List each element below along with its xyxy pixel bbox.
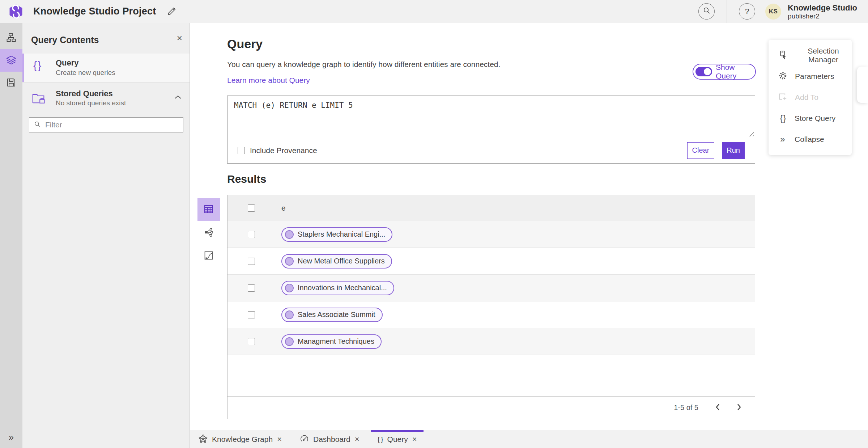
table-header-row: e xyxy=(227,195,755,221)
user-role: publisher2 xyxy=(788,12,857,20)
filter-input[interactable] xyxy=(45,121,179,129)
edit-title-button[interactable] xyxy=(167,6,177,17)
entity-dot-icon xyxy=(285,337,294,346)
row-checkbox[interactable] xyxy=(248,258,255,265)
entity-pill[interactable]: Innovations in Mechanical... xyxy=(281,281,394,295)
query-contents-panel: Query Contents × { } Query Create new qu… xyxy=(22,23,190,448)
link-chart-icon xyxy=(204,227,214,238)
gear-icon xyxy=(778,71,788,82)
close-tab-icon[interactable]: × xyxy=(277,435,282,443)
add-to-item[interactable]: Add To xyxy=(769,87,852,108)
entity-pill[interactable]: Sales Associate Summit xyxy=(281,308,383,322)
prev-page-button[interactable] xyxy=(715,403,720,413)
close-tab-icon[interactable]: × xyxy=(355,435,359,443)
entity-label: Staplers Mechanical Engi... xyxy=(298,230,385,238)
data-model-button[interactable] xyxy=(0,27,22,49)
filter-box xyxy=(29,117,183,132)
chevron-right-icon xyxy=(737,407,742,412)
entity-dot-icon xyxy=(285,230,294,239)
next-page-button[interactable] xyxy=(737,403,742,413)
close-icon: × xyxy=(177,33,182,43)
entity-label: Sales Associate Summit xyxy=(298,310,375,319)
include-provenance-checkbox[interactable] xyxy=(238,147,245,154)
layers-button[interactable] xyxy=(0,49,22,72)
avatar[interactable]: KS xyxy=(765,4,781,20)
table-pagination: 1-5 of 5 xyxy=(227,396,755,419)
entity-pill[interactable]: Staplers Mechanical Engi... xyxy=(281,227,392,242)
tab-label: Dashboard xyxy=(313,435,350,444)
entity-label: New Metal Office Suppliers xyxy=(298,257,385,265)
entity-label: Managment Techniques xyxy=(298,337,374,346)
selection-manager-item[interactable]: Selection Manager xyxy=(769,45,852,66)
app-header: Knowledge Studio Project ? KS Knowledge … xyxy=(0,0,868,23)
entity-dot-icon xyxy=(285,284,294,292)
row-checkbox[interactable] xyxy=(248,311,255,318)
bottom-tab-bar: Knowledge Graph × Dashboard × { xyxy=(190,430,868,448)
collapsed-panel-handle[interactable] xyxy=(857,67,868,103)
active-indicator xyxy=(22,54,24,82)
table-view-button[interactable] xyxy=(197,198,220,221)
panel-close-button[interactable]: × xyxy=(177,33,182,44)
left-rail: » xyxy=(0,23,22,448)
page-description: You can query a knowledge graph to ident… xyxy=(227,60,500,69)
stored-queries-item[interactable]: Stored Queries No stored queries exist xyxy=(22,87,190,114)
entity-label: Innovations in Mechanical... xyxy=(298,284,387,292)
collapse-section-button[interactable] xyxy=(174,95,182,100)
map-view-button[interactable] xyxy=(197,245,220,267)
table-row: Innovations in Mechanical... xyxy=(227,275,755,301)
entity-pill[interactable]: New Metal Office Suppliers xyxy=(281,254,392,269)
tab-dashboard[interactable]: Dashboard × xyxy=(293,430,366,448)
table-row: Staplers Mechanical Engi... xyxy=(227,221,755,248)
entity-dot-icon xyxy=(285,310,294,319)
run-button[interactable]: Run xyxy=(722,142,745,159)
table-empty-area xyxy=(227,355,755,396)
save-button[interactable] xyxy=(0,72,22,94)
store-query-item[interactable]: { } Store Query xyxy=(769,108,852,129)
row-checkbox[interactable] xyxy=(248,284,255,292)
close-tab-icon[interactable]: × xyxy=(412,435,417,443)
search-button[interactable] xyxy=(698,3,715,20)
panel-title: Query Contents xyxy=(31,35,99,45)
table-row: New Metal Office Suppliers xyxy=(227,248,755,275)
learn-more-link[interactable]: Learn more about Query xyxy=(227,76,310,85)
user-block[interactable]: Knowledge Studio publisher2 xyxy=(788,3,857,20)
select-all-checkbox[interactable] xyxy=(248,204,255,212)
stored-queries-description: No stored queries exist xyxy=(56,99,126,107)
dashboard-gauge-icon xyxy=(300,434,309,444)
tab-query[interactable]: { } Query × xyxy=(371,430,424,448)
collapse-item[interactable]: » Collapse xyxy=(769,129,852,150)
row-checkbox[interactable] xyxy=(248,338,255,345)
show-query-toggle[interactable]: Show Query xyxy=(693,64,756,80)
entity-pill[interactable]: Managment Techniques xyxy=(281,334,382,349)
search-icon xyxy=(34,121,41,129)
double-chevron-right-icon: » xyxy=(778,134,787,144)
header-column-cell: e xyxy=(275,204,755,212)
column-header-e: e xyxy=(281,204,286,212)
clear-button[interactable]: Clear xyxy=(687,142,715,159)
chevron-up-icon xyxy=(174,95,182,100)
help-button[interactable]: ? xyxy=(739,3,755,20)
link-chart-hierarchy-icon xyxy=(6,32,17,44)
header-divider xyxy=(727,0,727,23)
braces-icon: { } xyxy=(33,59,40,72)
table-row: Managment Techniques xyxy=(227,328,755,355)
query-textarea[interactable]: MATCH (e) RETURN e LIMIT 5 xyxy=(227,96,755,137)
page-title: Query xyxy=(227,37,263,51)
row-checkbox[interactable] xyxy=(248,231,255,238)
query-item[interactable]: { } Query Create new queries xyxy=(22,54,190,83)
expand-rail-button[interactable]: » xyxy=(0,432,22,443)
stored-queries-label: Stored Queries xyxy=(56,89,113,98)
layers-icon xyxy=(6,55,17,67)
results-title: Results xyxy=(227,173,266,185)
tab-knowledge-graph[interactable]: Knowledge Graph × xyxy=(192,430,288,448)
pagination-range: 1-5 of 5 xyxy=(674,403,698,412)
pencil-icon xyxy=(167,12,177,17)
link-chart-view-button[interactable] xyxy=(197,221,220,244)
query-view: Query You can query a knowledge graph to… xyxy=(190,23,868,430)
app-logo-icon[interactable] xyxy=(8,4,24,20)
stored-queries-folder-icon xyxy=(32,92,46,106)
query-item-description: Create new queries xyxy=(56,69,115,77)
parameters-item[interactable]: Parameters xyxy=(769,66,852,87)
menu-item-label: Add To xyxy=(795,93,818,102)
double-chevron-right-icon: » xyxy=(9,432,14,443)
